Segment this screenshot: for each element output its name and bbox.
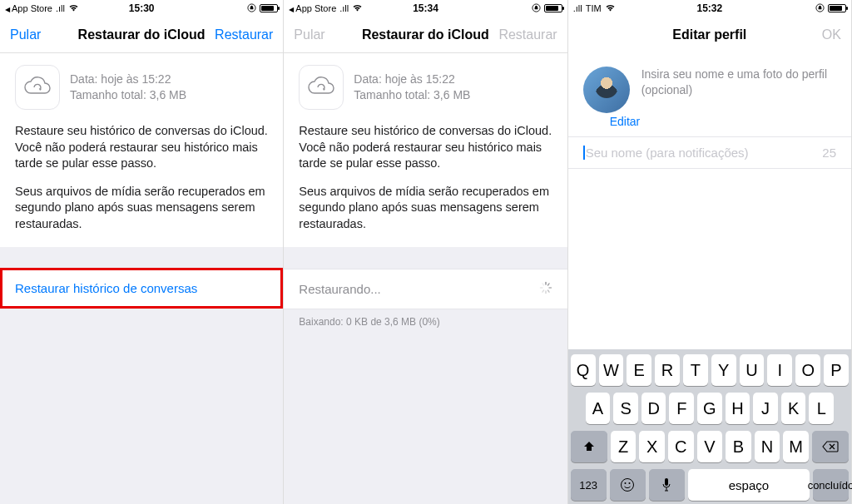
carrier-label: TIM bbox=[586, 3, 602, 13]
key-r[interactable]: R bbox=[655, 354, 680, 386]
keyboard-row-1: QWERTYUIOP bbox=[571, 354, 849, 386]
key-q[interactable]: Q bbox=[571, 354, 596, 386]
status-time: 15:32 bbox=[696, 2, 722, 14]
key-f[interactable]: F bbox=[669, 393, 694, 424]
nav-bar: Pular Restaurar do iCloud Restaurar bbox=[284, 17, 567, 53]
battery-icon bbox=[544, 4, 562, 12]
profile-prompt: Insira seu nome e uma foto do perfil (op… bbox=[641, 67, 836, 113]
key-x[interactable]: X bbox=[639, 431, 665, 462]
wifi-icon bbox=[352, 3, 363, 13]
cloud-backup-icon bbox=[15, 65, 60, 110]
status-time: 15:34 bbox=[413, 2, 438, 14]
backup-date: Data: hoje às 15:22 bbox=[354, 72, 470, 87]
keyboard-row-3: ZXCVBNM bbox=[571, 431, 849, 462]
status-time: 15:30 bbox=[129, 2, 155, 14]
svg-line-7 bbox=[542, 290, 544, 292]
svg-line-5 bbox=[547, 290, 549, 292]
key-a[interactable]: A bbox=[586, 393, 611, 424]
svg-point-13 bbox=[629, 482, 631, 484]
ok-button: OK bbox=[783, 27, 841, 42]
edit-photo-link[interactable]: Editar bbox=[595, 115, 851, 136]
status-bar: App Store .ıll 15:30 bbox=[0, 0, 283, 17]
key-g[interactable]: G bbox=[697, 393, 722, 424]
keyboard-row-4: 123 espaço concluído bbox=[571, 469, 849, 501]
backup-info-block: Data: hoje às 15:22 Tamanho total: 3,6 M… bbox=[284, 53, 567, 247]
status-bar: App Store .ıll 15:34 bbox=[284, 0, 567, 17]
numeric-key[interactable]: 123 bbox=[571, 469, 607, 501]
svg-rect-14 bbox=[665, 478, 668, 486]
battery-icon bbox=[260, 4, 278, 12]
key-n[interactable]: N bbox=[755, 431, 780, 462]
key-t[interactable]: T bbox=[683, 354, 708, 386]
keyboard-row-2: ASDFGHJKL bbox=[571, 393, 849, 424]
nav-bar: Editar perfil OK bbox=[568, 17, 851, 53]
restore-button[interactable]: Restaurar bbox=[215, 27, 273, 42]
key-l[interactable]: L bbox=[809, 393, 834, 424]
restore-button: Restaurar bbox=[498, 27, 557, 42]
key-p[interactable]: P bbox=[824, 354, 849, 386]
skip-button: Pular bbox=[294, 27, 352, 42]
svg-point-12 bbox=[625, 482, 627, 484]
backup-date: Data: hoje às 15:22 bbox=[70, 72, 186, 87]
restore-history-button[interactable]: Restaurar histórico de conversas bbox=[0, 269, 283, 308]
emoji-key[interactable] bbox=[610, 469, 646, 501]
key-m[interactable]: M bbox=[783, 431, 809, 462]
key-k[interactable]: K bbox=[781, 393, 806, 424]
backspace-key[interactable] bbox=[812, 431, 849, 462]
key-v[interactable]: V bbox=[697, 431, 723, 462]
key-h[interactable]: H bbox=[726, 393, 750, 424]
key-u[interactable]: U bbox=[740, 354, 765, 386]
shift-key[interactable] bbox=[571, 431, 607, 462]
orientation-lock-icon bbox=[247, 3, 256, 14]
page-title: Editar perfil bbox=[637, 27, 783, 42]
key-w[interactable]: W bbox=[599, 354, 624, 386]
backup-desc-2: Seus arquivos de mídia serão recuperados… bbox=[15, 184, 268, 233]
nav-bar: Pular Restaurar do iCloud Restaurar bbox=[0, 17, 283, 53]
wifi-icon bbox=[605, 3, 616, 13]
svg-line-3 bbox=[547, 284, 549, 285]
page-title: Restaurar do iCloud bbox=[68, 27, 215, 42]
key-e[interactable]: E bbox=[627, 354, 651, 386]
backup-desc-2: Seus arquivos de mídia serão recuperados… bbox=[299, 184, 552, 233]
restore-history-label: Restaurar histórico de conversas bbox=[15, 281, 197, 295]
back-to-app-label[interactable]: App Store bbox=[289, 3, 336, 13]
download-progress-text: Baixando: 0 KB de 3,6 MB (0%) bbox=[284, 309, 567, 334]
signal-icon: .ıll bbox=[56, 3, 65, 13]
name-char-limit: 25 bbox=[822, 146, 836, 160]
key-d[interactable]: D bbox=[641, 393, 666, 424]
key-j[interactable]: J bbox=[753, 393, 778, 424]
key-y[interactable]: Y bbox=[711, 354, 736, 386]
signal-icon: .ıll bbox=[573, 3, 582, 13]
restoring-status-row: Restaurando... bbox=[284, 269, 567, 309]
restoring-label: Restaurando... bbox=[299, 282, 380, 296]
spinner-icon bbox=[539, 281, 552, 297]
backup-info-block: Data: hoje às 15:22 Tamanho total: 3,6 M… bbox=[0, 53, 283, 247]
backup-desc-1: Restaure seu histórico de conversas do i… bbox=[299, 123, 552, 172]
back-to-app-label[interactable]: App Store bbox=[5, 3, 52, 13]
cloud-backup-icon bbox=[299, 65, 344, 110]
status-bar: .ıll TIM 15:32 bbox=[568, 0, 851, 17]
avatar[interactable] bbox=[583, 67, 630, 113]
backup-size: Tamanho total: 3,6 MB bbox=[354, 87, 470, 103]
dictation-key[interactable] bbox=[649, 469, 685, 501]
key-z[interactable]: Z bbox=[611, 431, 637, 462]
page-title: Restaurar do iCloud bbox=[352, 27, 498, 42]
svg-line-9 bbox=[542, 284, 544, 285]
key-b[interactable]: B bbox=[726, 431, 751, 462]
key-o[interactable]: O bbox=[795, 354, 820, 386]
skip-button[interactable]: Pular bbox=[10, 27, 68, 42]
space-key[interactable]: espaço bbox=[688, 469, 810, 501]
return-key[interactable]: concluído bbox=[813, 469, 849, 501]
name-placeholder: Seu nome (para notificações) bbox=[583, 146, 823, 160]
backup-size: Tamanho total: 3,6 MB bbox=[70, 87, 186, 103]
backup-desc-1: Restaure seu histórico de conversas do i… bbox=[15, 123, 268, 172]
signal-icon: .ıll bbox=[339, 3, 349, 13]
svg-point-11 bbox=[622, 479, 634, 492]
key-c[interactable]: C bbox=[668, 431, 694, 462]
name-input[interactable]: Seu nome (para notificações) 25 bbox=[568, 136, 851, 169]
key-i[interactable]: I bbox=[767, 354, 792, 386]
wifi-icon bbox=[68, 3, 79, 13]
keyboard: QWERTYUIOP ASDFGHJKL ZXCVBNM 123 bbox=[568, 349, 851, 504]
key-s[interactable]: S bbox=[613, 393, 638, 424]
orientation-lock-icon bbox=[815, 3, 825, 14]
